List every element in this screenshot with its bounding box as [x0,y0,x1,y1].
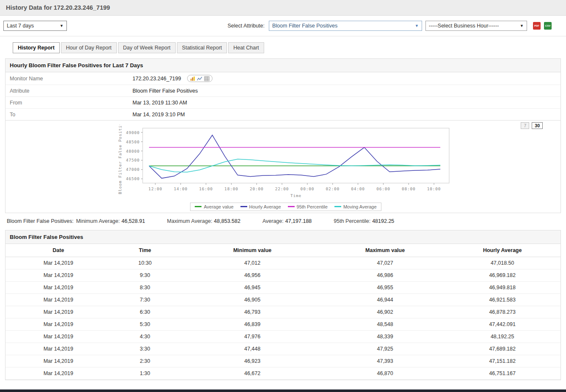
legend-item-moving-average: Moving Average [334,204,377,209]
summary-row-to: To Mar 14, 2019 3:10 PM [6,109,560,121]
table-cell: 46,905 [179,293,326,306]
legend-item-average-value: Average value [195,204,233,209]
table-cell: 46,878.273 [444,306,560,318]
period-select[interactable]: Last 7 days ▼ [3,21,67,31]
stats-prefix: Bloom Filter False Positives: [7,218,74,224]
to-value: Mar 14, 2019 3:10 PM [133,112,185,118]
svg-text:47000: 47000 [126,167,140,172]
legend-label: Hourly Average [249,204,281,209]
table-cell: 10:30 [111,257,179,269]
svg-text:48000: 48000 [126,149,140,154]
legend-label: Moving Average [343,204,377,209]
summary-label: Monitor Name [10,76,133,82]
table-cell: 47,151.182 [444,355,560,367]
table-header-row: Date Time Minimum value Maximum value Ho… [6,244,560,257]
svg-text:14:00: 14:00 [174,186,188,191]
table-cell: 47,442.091 [444,318,560,330]
table-cell: 46,944 [326,293,445,306]
table-cell: 46,921.583 [444,293,560,306]
period-select-value: Last 7 days [7,23,34,29]
table-cell: 46,839 [179,318,326,330]
table-cell: 3:30 [111,343,179,355]
table-cell: 46,955 [326,281,445,293]
stat-minimum-average: Minimum Average:46,528.91 [76,218,145,224]
attribute-value: Bloom Filter False Positives [133,88,198,94]
summary-panel-title: Hourly Bloom Filter False Positives for … [6,59,560,72]
bar-chart-icon[interactable] [190,76,195,81]
table-cell: 46,793 [179,306,326,318]
business-hour-select-value: -----Select Business Hour------ [429,23,499,29]
legend-label: Average value [204,204,233,209]
legend-item-95th-percentile: 95th Percentile [288,204,328,209]
chevron-down-icon: ▼ [520,24,524,28]
svg-text:49000: 49000 [126,130,140,135]
report-tabs: History Report Hour of Day Report Day of… [13,42,566,53]
tab-day-of-week-report[interactable]: Day of Week Report [118,42,176,53]
table-cell: 2:30 [111,355,179,367]
stat-average: Average:47,197.188 [262,218,312,224]
table-cell: 5:30 [111,318,179,330]
attribute-select-label: Select Attribute: [227,23,265,29]
chart-canvas: 46500470004750048000485004900012:0014:00… [116,125,455,200]
svg-text:46500: 46500 [126,176,140,181]
column-header-minimum-value: Minimum value [179,244,326,257]
table-cell: 8:30 [111,281,179,293]
svg-text:12:00: 12:00 [149,186,163,191]
tab-history-report[interactable]: History Report [13,42,60,53]
chevron-down-icon: ▼ [60,24,64,28]
table-cell: 47,448 [179,343,326,355]
history-line-chart: 46500470004750048000485004900012:0014:00… [116,125,455,201]
table-cell: 46,902 [326,306,445,318]
svg-text:02:00: 02:00 [326,186,340,191]
tab-hour-of-day-report[interactable]: Hour of Day Report [61,42,117,53]
table-cell: Mar 14,2019 [6,269,111,281]
svg-text:47500: 47500 [126,158,140,162]
table-cell: 46,923 [179,355,326,367]
table-cell: 47,018.50 [444,257,560,269]
attribute-select[interactable]: Bloom Filter False Positives ▼ [269,21,422,31]
svg-text:Time: Time [290,193,301,198]
table-cell: Mar 14,2019 [6,367,111,379]
table-cell: 46,949.818 [444,281,560,293]
tab-statistical-report[interactable]: Statistical Report [177,42,227,53]
table-cell: Mar 14,2019 [6,330,111,343]
data-table-panel: Bloom Filter False Positives Date Time M… [5,230,561,380]
svg-text:04:00: 04:00 [351,186,365,191]
table-cell: 46,986 [326,269,445,281]
tab-heat-chart[interactable]: Heat Chart [228,42,264,53]
monitor-chart-links[interactable] [187,75,213,82]
table-cell: 47,689.182 [444,343,560,355]
csv-export-icon[interactable]: CSV [544,22,552,30]
chart-legend-wrap: Average value Hourly Average 95th Percen… [116,202,455,211]
legend-item-hourly-average: Hourly Average [240,204,281,209]
pdf-export-icon[interactable]: PDF [533,22,541,30]
table-row: Mar 14,20193:3047,44847,92547,689.182 [6,343,560,355]
svg-text:10:00: 10:00 [427,186,441,191]
toolbar: Last 7 days ▼ Select Attribute: Bloom Fi… [0,16,566,36]
page-title: History Data for 172.20.23.246_7199 [6,4,110,11]
range-30-days-button[interactable]: 30 [532,122,543,129]
line-graph-icon[interactable] [197,76,202,81]
history-data-table: Date Time Minimum value Maximum value Ho… [6,244,560,380]
summary-row-monitor-name: Monitor Name 172.20.23.246_7199 [6,72,560,85]
table-cell: Mar 14,2019 [6,281,111,293]
legend-swatch [240,206,247,207]
svg-text:18:00: 18:00 [224,186,238,191]
table-cell: 4:30 [111,330,179,343]
monitor-name-value: 172.20.23.246_7199 [133,76,181,82]
stat-maximum-average: Maximum Average:48,853.582 [167,218,240,224]
table-cell: 46,956 [179,269,326,281]
bottom-scrollbar[interactable] [0,389,566,392]
legend-label: 95th Percentile [297,204,328,209]
table-grid-icon[interactable] [204,76,210,81]
table-row: Mar 14,20194:3047,97648,33948,192.25 [6,330,560,343]
business-hour-select[interactable]: -----Select Business Hour------ ▼ [425,21,527,31]
range-7-days-button[interactable]: 7 [521,122,529,129]
chart-range-buttons: 7 30 [521,122,543,129]
summary-label: From [10,100,133,106]
stats-summary-row: Bloom Filter False Positives: Minimum Av… [0,213,566,228]
table-cell: 46,751.167 [444,367,560,379]
summary-label: To [10,112,133,118]
summary-row-attribute: Attribute Bloom Filter False Positives [6,85,560,97]
from-value: Mar 13, 2019 11:30 AM [133,100,187,106]
